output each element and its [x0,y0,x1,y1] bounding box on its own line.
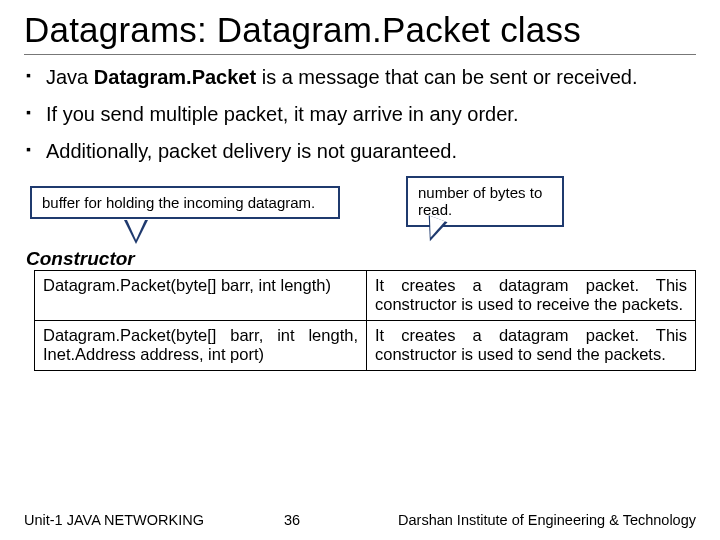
table-heading: Constructor [26,248,696,270]
callout-row: buffer for holding the incoming datagram… [24,176,696,246]
bullet-text: If you send multiple packet, it may arri… [46,103,518,125]
constructor-signature: Datagram.Packet(byte[] barr, int length) [35,271,367,321]
title-divider [24,54,696,55]
constructor-description: It creates a datagram packet. This const… [367,320,696,370]
bullet-item: If you send multiple packet, it may arri… [24,102,696,127]
constructor-description: It creates a datagram packet. This const… [367,271,696,321]
footer: Unit-1 JAVA NETWORKING 36 Darshan Instit… [0,512,720,528]
bullet-item: Java Datagram.Packet is a message that c… [24,65,696,90]
constructor-signature: Datagram.Packet(byte[] barr, int length,… [35,320,367,370]
page-title: Datagrams: Datagram.Packet class [24,10,696,50]
table-row: Datagram.Packet(byte[] barr, int length,… [35,320,696,370]
callout-buffer: buffer for holding the incoming datagram… [30,186,340,219]
footer-unit: Unit-1 JAVA NETWORKING [24,512,204,528]
bullet-item: Additionally, packet delivery is not gua… [24,139,696,164]
bullet-text-bold: Datagram.Packet [94,66,256,88]
footer-institution: Darshan Institute of Engineering & Techn… [398,512,696,528]
bullet-list: Java Datagram.Packet is a message that c… [24,65,696,164]
bullet-text-rest: is a message that can be sent or receive… [256,66,637,88]
constructor-table: Datagram.Packet(byte[] barr, int length)… [34,270,696,371]
table-row: Datagram.Packet(byte[] barr, int length)… [35,271,696,321]
callout-pointer-fill [127,220,145,240]
bullet-text: Additionally, packet delivery is not gua… [46,140,457,162]
slide: Datagrams: Datagram.Packet class Java Da… [0,0,720,540]
bullet-text-prefix: Java [46,66,94,88]
footer-page-number: 36 [186,512,398,528]
